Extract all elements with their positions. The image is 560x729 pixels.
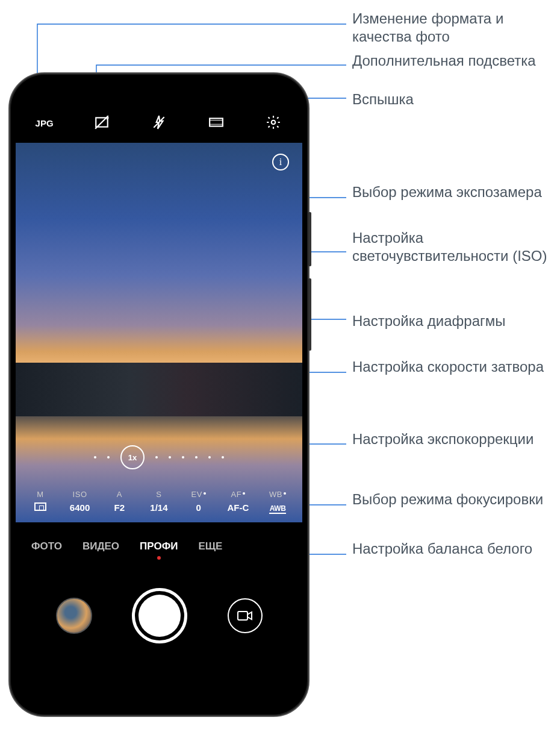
scene-silhouette [16, 363, 302, 416]
callout-format: Изменение формата и качества фото [352, 10, 560, 46]
svg-point-17 [272, 120, 276, 124]
zoom-dot [169, 456, 171, 458]
callout-ev: Настройка экспокоррекции [352, 430, 534, 448]
shutter-label: S [142, 490, 176, 499]
iso-control[interactable]: ISO 6400 [63, 490, 97, 513]
metering-control[interactable]: M [23, 490, 57, 513]
wb-label: WB [261, 490, 294, 499]
callout-shutter: Настройка скорости затвора [352, 358, 544, 376]
metering-label: M [23, 490, 57, 499]
iso-value: 6400 [63, 502, 97, 513]
aperture-value: F2 [102, 502, 136, 513]
format-toggle[interactable]: JPG [31, 118, 58, 128]
screen: JPG + i 1x [16, 80, 302, 710]
gear-icon [266, 114, 281, 130]
zoom-dot [155, 456, 158, 458]
flash-off-icon [151, 114, 167, 130]
film-frame-icon [208, 114, 224, 130]
af-value: AF-C [221, 502, 255, 513]
iso-label: ISO [63, 490, 97, 499]
wb-value: AWB [269, 504, 287, 514]
shutter-button[interactable] [132, 588, 187, 643]
power-button [308, 278, 311, 351]
mode-video[interactable]: ВИДЕО [82, 540, 119, 552]
phone-frame: JPG + i 1x [8, 72, 310, 717]
zoom-slider[interactable]: 1x [16, 445, 302, 469]
mode-pro[interactable]: ПРОФИ [140, 540, 178, 552]
volume-button [308, 212, 311, 266]
zoom-dot [107, 456, 110, 458]
pro-params-row: M ISO 6400 A F2 S 1/14 EV 0 [16, 480, 302, 522]
callout-fill: Дополнительная подсветка [352, 52, 536, 70]
zoom-dot [182, 456, 184, 458]
ev-value: 0 [182, 502, 216, 513]
callout-metering: Выбор режима экспозамера [352, 183, 542, 201]
wb-control[interactable]: WB AWB [261, 490, 294, 513]
callout-aperture: Настройка диафрагмы [352, 312, 506, 330]
af-label: AF [221, 490, 255, 499]
gallery-thumbnail[interactable] [56, 598, 92, 634]
callout-iso: Настройка светочувствительности (ISO) [352, 229, 560, 265]
mode-strip[interactable]: ФОТО ВИДЕО ПРОФИ ЕЩЕ [16, 528, 302, 565]
top-toolbar: JPG + [16, 110, 302, 136]
callout-af: Выбор режима фокусировки [352, 490, 543, 508]
zoom-dot [94, 456, 96, 458]
video-switch-icon [237, 610, 253, 622]
shutter-value: 1/14 [142, 502, 176, 513]
callout-wb: Настройка баланса белого [352, 540, 532, 558]
zoom-dot [208, 456, 211, 458]
svg-rect-18 [238, 612, 247, 620]
settings-button[interactable] [260, 114, 287, 132]
fill-light-off-icon: + [94, 114, 110, 130]
aperture-label: A [102, 490, 136, 499]
bottom-controls [16, 574, 302, 658]
viewfinder[interactable]: i 1x M ISO 6400 [16, 143, 302, 522]
shutter-inner [138, 595, 181, 637]
switch-camera-button[interactable] [228, 598, 263, 633]
zoom-1x-button[interactable]: 1x [120, 445, 145, 469]
zoom-dot [195, 456, 198, 458]
shutter-control[interactable]: S 1/14 [142, 490, 176, 513]
ev-label: EV [182, 490, 216, 499]
mode-photo[interactable]: ФОТО [31, 540, 62, 552]
ev-control[interactable]: EV 0 [182, 490, 216, 513]
af-control[interactable]: AF AF-C [221, 490, 255, 513]
svg-rect-14 [210, 118, 223, 126]
metering-matrix-icon [34, 502, 46, 511]
callout-flash: Вспышка [352, 90, 414, 108]
svg-text:+: + [105, 114, 109, 122]
aspect-toggle[interactable] [203, 114, 229, 132]
flash-toggle[interactable] [146, 114, 172, 132]
fill-light-toggle[interactable]: + [89, 114, 115, 132]
mode-more[interactable]: ЕЩЕ [198, 540, 222, 552]
info-button[interactable]: i [272, 154, 289, 171]
aperture-control[interactable]: A F2 [102, 490, 136, 513]
zoom-dot [222, 456, 224, 458]
